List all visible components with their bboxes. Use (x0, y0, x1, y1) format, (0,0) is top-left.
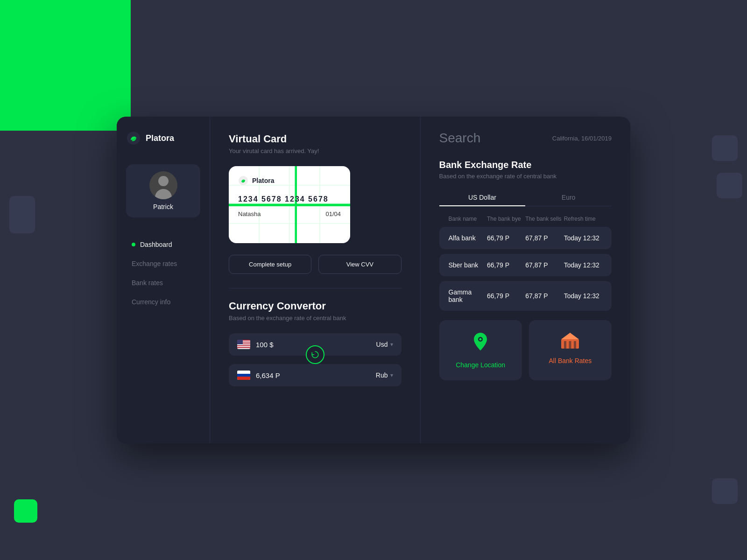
bank-buy-3: 66,79 P (487, 292, 525, 300)
rub-flag-icon (237, 371, 250, 380)
bank-sell-2: 67,87 P (525, 261, 564, 269)
currency-tabs: US Dollar Euro (439, 189, 612, 206)
to-flag-value: 6,634 P (237, 371, 280, 380)
logo-area: Platora (126, 131, 200, 146)
table-row[interactable]: Alfa bank 66,79 P 67,87 P Today 12:32 (439, 227, 612, 249)
bank-buy-1: 66,79 P (487, 234, 525, 242)
right-header: Search California, 16/01/2019 (439, 131, 612, 146)
side-panel-lm (9, 196, 35, 233)
table-row[interactable]: Gamma bank 66,79 P 67,87 P Today 12:32 (439, 281, 612, 311)
avatar-image (149, 171, 177, 199)
tab-usd-label: US Dollar (468, 194, 496, 201)
bg-green-accent-tl (0, 0, 131, 131)
all-bank-rates-label: All Bank Rates (549, 357, 592, 364)
virtual-card: Platora 1234 5678 1234 5678 Natasha 01/0… (229, 166, 350, 243)
virtual-card-subtitle: Your virutal card has arrived. Yay! (229, 147, 402, 154)
from-currency-selector[interactable]: Usd ▾ (376, 341, 393, 348)
svg-rect-24 (564, 341, 566, 349)
card-buttons: Complete setup View CVV (229, 255, 402, 274)
swap-button[interactable] (306, 345, 324, 364)
from-currency-code: Usd (376, 341, 388, 348)
usd-flag-icon (237, 340, 250, 349)
complete-setup-button[interactable]: Complete setup (229, 255, 311, 274)
bank-refresh-1: Today 12:32 (564, 234, 602, 242)
col-sell: The bank sells (525, 216, 564, 222)
sidebar: Platora Patrick Dashboard Exchange rates… (117, 117, 210, 443)
col-bank-name: Bank name (449, 216, 487, 222)
svg-rect-14 (237, 346, 250, 347)
card-holder: Natasha (238, 210, 261, 217)
bank-sell-3: 67,87 P (525, 292, 564, 300)
tab-euro[interactable]: Euro (525, 189, 612, 206)
bank-rates-icon (560, 332, 580, 351)
logo-text: Platora (146, 133, 174, 143)
from-flag-value: 100 $ (237, 340, 274, 349)
nav-active-dot (132, 243, 135, 246)
sidebar-item-dashboard[interactable]: Dashboard (126, 236, 200, 253)
card-number: 1234 5678 1234 5678 (238, 195, 341, 203)
sidebar-item-exchange-rates[interactable]: Exchange rates (126, 255, 200, 272)
sidebar-item-currency-info[interactable]: Currency info (126, 294, 200, 310)
table-header: Bank name The bank bye The bank sells Re… (439, 216, 612, 227)
bank-buy-2: 66,79 P (487, 261, 525, 269)
card-expiry: 01/04 (325, 210, 341, 217)
sidebar-item-label: Dashboard (140, 241, 172, 248)
svg-rect-18 (237, 374, 250, 377)
bank-refresh-2: Today 12:32 (564, 261, 602, 269)
side-panel-rb (712, 478, 738, 504)
tab-euro-label: Euro (562, 194, 576, 201)
location-date: California, 16/01/2019 (552, 135, 612, 142)
converter-subtitle: Based on the exchange rate of central ba… (229, 315, 402, 322)
svg-rect-17 (237, 371, 250, 374)
right-panel: Search California, 16/01/2019 Bank Excha… (421, 117, 631, 443)
svg-rect-16 (237, 340, 243, 344)
bank-exchange-subtitle: Based on the exchange rate of central ba… (439, 173, 612, 180)
sidebar-item-label: Bank rates (132, 279, 163, 287)
bottom-action-cards: Change Location All Bank Rates (439, 320, 612, 380)
bank-name-2: Sber bank (449, 261, 487, 269)
card-platora-text: Platora (252, 177, 274, 184)
location-icon (472, 332, 489, 356)
search-title: Search (439, 131, 481, 146)
col-refresh: Refresh time (564, 216, 602, 222)
converter-title: Currency Convertor (229, 300, 402, 312)
side-panel-rt (712, 135, 738, 161)
sidebar-item-label: Currency info (132, 298, 170, 306)
table-row[interactable]: Sber bank 66,79 P 67,87 P Today 12:32 (439, 254, 612, 276)
converter-to-row: 6,634 P Rub ▾ (229, 364, 402, 386)
svg-rect-26 (574, 341, 576, 349)
tab-usd[interactable]: US Dollar (439, 189, 526, 206)
side-panel-rm (717, 173, 742, 198)
card-platora-icon (238, 175, 248, 186)
bank-sell-1: 67,87 P (525, 234, 564, 242)
swap-icon (311, 350, 319, 359)
to-currency-selector[interactable]: Rub ▾ (376, 371, 393, 379)
app-container: Platora Patrick Dashboard Exchange rates… (117, 117, 630, 443)
view-cvv-button[interactable]: View CVV (318, 255, 401, 274)
sidebar-item-label: Exchange rates (132, 260, 177, 267)
to-value: 6,634 P (256, 371, 280, 379)
sidebar-item-bank-rates[interactable]: Bank rates (126, 274, 200, 291)
bg-green-accent-bl (14, 499, 37, 523)
main-content: Virtual Card Your virutal card has arriv… (210, 117, 630, 443)
card-logo-area: Platora (238, 175, 341, 186)
all-bank-rates-card[interactable]: All Bank Rates (529, 320, 612, 380)
bank-exchange-title: Bank Exchange Rate (439, 160, 612, 170)
navigation: Dashboard Exchange rates Bank rates Curr… (126, 236, 200, 310)
change-location-card[interactable]: Change Location (439, 320, 522, 380)
to-currency-code: Rub (376, 371, 388, 379)
avatar (149, 171, 177, 199)
svg-rect-13 (237, 344, 250, 345)
bank-name-1: Alfa bank (449, 234, 487, 242)
left-panel: Virtual Card Your virutal card has arriv… (210, 117, 421, 443)
card-bottom: Natasha 01/04 (238, 210, 341, 217)
svg-rect-19 (237, 377, 250, 380)
currency-converter: Currency Convertor Based on the exchange… (229, 300, 402, 386)
user-area: Patrick (126, 164, 200, 217)
svg-rect-15 (237, 348, 250, 349)
bank-refresh-3: Today 12:32 (564, 292, 602, 300)
user-name: Patrick (153, 203, 173, 210)
chevron-down-icon: ▾ (390, 341, 393, 348)
swap-container (229, 355, 402, 359)
divider (229, 288, 402, 288)
